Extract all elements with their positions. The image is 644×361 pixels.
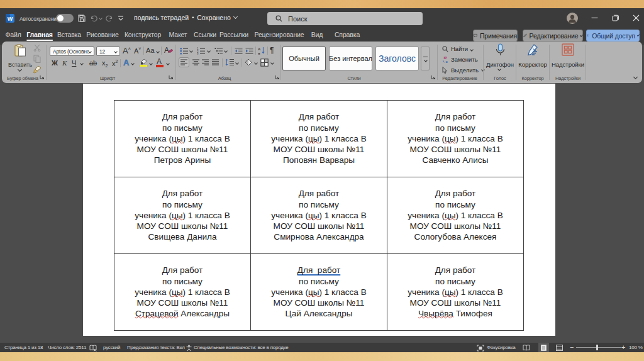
title-bar: W Автосохранение подпись тетрадей • Сохр… bbox=[0, 8, 644, 28]
font-dialog-launcher-icon[interactable] bbox=[169, 75, 174, 80]
tab-insert[interactable]: Вставка bbox=[57, 31, 81, 38]
table-cell[interactable]: Для работпо письмуученика (цы) 1 класса … bbox=[114, 177, 251, 254]
tab-draw[interactable]: Рисование bbox=[86, 31, 119, 38]
justify-button[interactable] bbox=[212, 59, 219, 65]
shading-button[interactable] bbox=[245, 58, 253, 67]
collapse-ribbon-chevron-icon[interactable] bbox=[633, 75, 638, 79]
align-right-button[interactable] bbox=[202, 59, 209, 65]
page-indicator[interactable]: Страница 1 из 18 bbox=[4, 345, 43, 350]
comments-button[interactable]: Примечания bbox=[473, 30, 518, 42]
corrector-button[interactable] bbox=[518, 43, 547, 60]
editing-mode-button[interactable]: Редактирование bbox=[523, 30, 583, 42]
replace-button[interactable]: b c Заменить bbox=[441, 56, 478, 63]
bold-button[interactable]: Ж bbox=[52, 59, 58, 67]
show-marks-button[interactable]: ¶ bbox=[270, 46, 274, 55]
cell-line: ученика (цы) 1 класса В bbox=[251, 133, 387, 144]
style-no-spacing[interactable]: Без интервал bbox=[329, 47, 372, 70]
numbering-button[interactable]: 123 bbox=[197, 47, 205, 55]
restore-button[interactable] bbox=[607, 9, 623, 26]
italic-button[interactable]: К bbox=[62, 59, 67, 67]
share-button[interactable]: Общий доступ bbox=[586, 30, 640, 42]
text-predictions[interactable]: Предсказания текста: Вкл bbox=[127, 345, 185, 350]
table-cell[interactable]: Для работпо письмуученика (цы) 1 класса … bbox=[387, 101, 524, 177]
table-cell[interactable]: Для работпо письмуученика (цы) 1 класса … bbox=[251, 254, 387, 331]
clear-formatting-button[interactable]: А bbox=[164, 46, 173, 55]
avatar[interactable] bbox=[567, 13, 578, 24]
accessibility-status[interactable]: Специальные возможности: все в порядке bbox=[194, 345, 288, 350]
copy-icon[interactable] bbox=[33, 55, 41, 63]
shrink-font-button[interactable]: А˅ bbox=[134, 47, 141, 55]
zoom-level[interactable]: 100 % bbox=[629, 345, 643, 350]
tab-mailings[interactable]: Рассылки bbox=[219, 31, 248, 38]
addins-button[interactable] bbox=[553, 43, 582, 58]
print-layout-button[interactable] bbox=[538, 343, 549, 352]
document-title[interactable]: подпись тетрадей • Сохранено bbox=[134, 14, 237, 21]
tab-help[interactable]: Справка bbox=[335, 31, 360, 38]
select-button[interactable]: Выделить bbox=[442, 67, 484, 74]
document-page[interactable]: Для работпо письмуученика (цы) 1 класса … bbox=[83, 84, 555, 336]
sort-button[interactable]: А я bbox=[258, 47, 265, 55]
find-button[interactable]: Найти bbox=[442, 45, 468, 52]
bullets-button[interactable] bbox=[180, 47, 188, 55]
style-normal[interactable]: Обычный bbox=[282, 47, 326, 70]
tab-view[interactable]: Вид bbox=[311, 31, 323, 38]
borders-button[interactable] bbox=[260, 58, 269, 67]
underline-button[interactable]: Ч bbox=[72, 59, 76, 67]
table-cell[interactable]: Для работпо письмуученика (цы) 1 класса … bbox=[251, 101, 387, 177]
cut-icon[interactable] bbox=[33, 44, 41, 52]
focus-mode[interactable]: Фокусировка bbox=[487, 345, 516, 350]
restore-icon bbox=[612, 14, 619, 21]
zoom-out-button[interactable]: − bbox=[570, 343, 574, 351]
align-left-button[interactable] bbox=[180, 59, 187, 65]
tab-design[interactable]: Конструктор bbox=[125, 31, 161, 38]
table-cell[interactable]: Для работпо письмуученика (цы) 1 класса … bbox=[251, 177, 387, 254]
styles-gallery-more-button[interactable] bbox=[421, 47, 430, 70]
save-icon[interactable] bbox=[78, 14, 86, 22]
font-name-combo[interactable]: Aptos (Основной bbox=[50, 47, 94, 56]
increase-indent-button[interactable] bbox=[245, 47, 253, 55]
proofing-icon[interactable] bbox=[89, 345, 97, 352]
paste-button[interactable] bbox=[9, 44, 31, 60]
superscript-button[interactable]: х2 bbox=[112, 59, 118, 67]
web-layout-icon[interactable] bbox=[556, 345, 563, 351]
text-effects-button[interactable]: А bbox=[123, 58, 129, 67]
zoom-in-button[interactable]: + bbox=[621, 343, 625, 351]
align-center-button[interactable] bbox=[192, 59, 199, 65]
clipboard-dialog-launcher-icon[interactable] bbox=[40, 75, 45, 80]
close-button[interactable] bbox=[628, 9, 644, 26]
table-cell[interactable]: Для работпо письмуученика (цы) 1 класса … bbox=[387, 177, 524, 254]
table-cell[interactable]: Для работпо письмуученика (цы) 1 класса … bbox=[114, 254, 251, 331]
tab-layout[interactable]: Макет bbox=[169, 31, 187, 38]
table-cell[interactable]: Для работпо письмуученика (цы) 1 класса … bbox=[387, 254, 524, 331]
font-size-combo[interactable]: 12 bbox=[96, 47, 120, 56]
tab-review[interactable]: Рецензирование bbox=[255, 31, 304, 38]
paragraph-dialog-launcher-icon[interactable] bbox=[275, 75, 280, 80]
multilevel-list-button[interactable] bbox=[214, 47, 223, 55]
line-spacing-button[interactable] bbox=[225, 58, 234, 66]
style-heading1-label: Заголовс bbox=[379, 53, 416, 64]
read-mode-icon[interactable] bbox=[523, 345, 530, 351]
change-case-button[interactable]: Аа bbox=[146, 47, 159, 54]
highlight-color-button[interactable] bbox=[139, 58, 148, 67]
tab-home[interactable]: Главная bbox=[26, 31, 53, 38]
quick-access-menu-icon[interactable] bbox=[118, 15, 124, 21]
cell-line: по письму bbox=[114, 123, 250, 133]
tab-references[interactable]: Ссылки bbox=[194, 31, 216, 38]
zoom-slider-track[interactable] bbox=[576, 347, 621, 348]
decrease-indent-button[interactable] bbox=[235, 47, 243, 55]
subscript-button[interactable]: х2 bbox=[102, 59, 108, 68]
language-indicator[interactable]: русский bbox=[103, 345, 120, 350]
grow-font-button[interactable]: А˄ bbox=[123, 46, 131, 55]
strikethrough-button[interactable]: ab bbox=[89, 59, 97, 67]
zoom-slider-thumb[interactable] bbox=[596, 345, 598, 350]
tab-file[interactable]: Файл bbox=[5, 31, 21, 38]
style-heading1[interactable]: Заголовс bbox=[375, 47, 419, 70]
table-cell[interactable]: Для работпо письмуученика (цы) 1 класса … bbox=[114, 101, 251, 177]
autosave-toggle[interactable] bbox=[56, 14, 74, 23]
word-count[interactable]: Число слов: 2511 bbox=[48, 345, 86, 350]
search-box[interactable]: Поиск bbox=[267, 12, 423, 25]
dictate-button[interactable] bbox=[486, 43, 514, 60]
minimize-button[interactable] bbox=[586, 9, 602, 26]
styles-dialog-launcher-icon[interactable] bbox=[431, 75, 436, 80]
format-painter-icon[interactable] bbox=[33, 65, 42, 74]
